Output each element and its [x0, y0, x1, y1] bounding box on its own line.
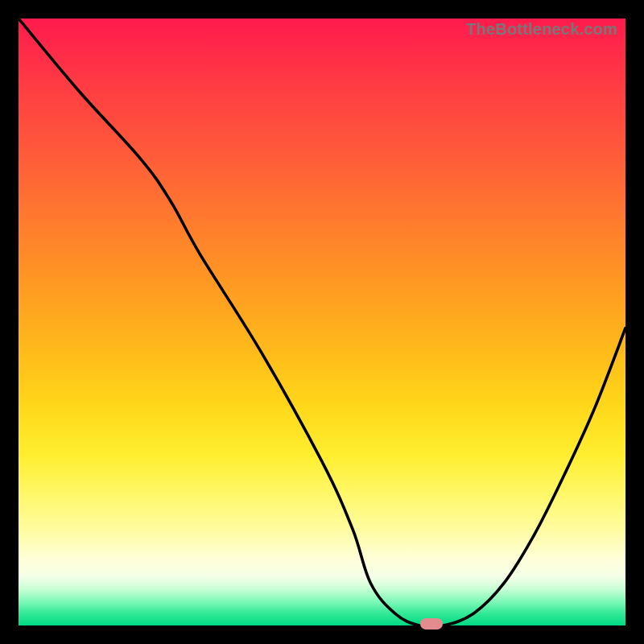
chart-frame: TheBottleneck.com	[0, 0, 644, 644]
plot-area: TheBottleneck.com	[19, 19, 625, 625]
curve-svg	[19, 19, 625, 625]
optimal-marker	[420, 618, 443, 630]
bottleneck-curve-path	[19, 19, 625, 625]
